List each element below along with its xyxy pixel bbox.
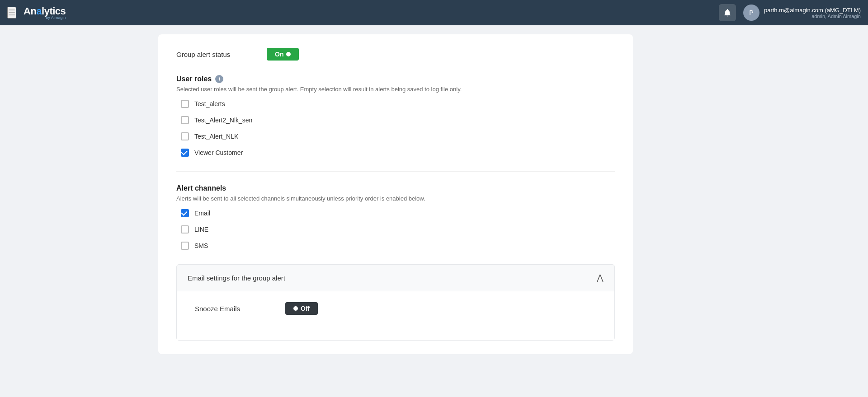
user-roles-checkbox-group: Test_alerts Test_Alert2_Nlk_sen Test_Ale… xyxy=(176,100,615,157)
user-roles-desc: Selected user roles will be sent the gro… xyxy=(176,86,615,93)
notification-bell-button[interactable] xyxy=(719,4,736,21)
list-item[interactable]: Test_alerts xyxy=(181,100,615,108)
snooze-emails-label: Snooze Emails xyxy=(195,305,267,313)
email-settings-header[interactable]: Email settings for the group alert ⋀ xyxy=(177,265,614,291)
user-roles-section: User roles i Selected user roles will be… xyxy=(176,75,615,157)
sidebar xyxy=(0,25,149,397)
hamburger-icon[interactable]: ☰ xyxy=(7,7,16,19)
list-item[interactable]: Viewer Customer xyxy=(181,149,615,157)
chevron-up-icon: ⋀ xyxy=(597,273,604,283)
user-email: parth.m@aimagin.com (aMG_DTLM) xyxy=(764,7,861,14)
main-layout: Group alert status On User roles i Selec… xyxy=(0,25,868,397)
group-alert-status-row: Group alert status On xyxy=(176,48,615,61)
checkbox-ch2[interactable] xyxy=(181,225,189,234)
checkbox-label-role3: Test_Alert_NLK xyxy=(194,133,238,140)
group-alert-status-label: Group alert status xyxy=(176,51,249,58)
checkbox-label-ch3: SMS xyxy=(194,242,208,249)
checkbox-label-role1: Test_alerts xyxy=(194,100,225,107)
user-roles-title: User roles i xyxy=(176,75,615,83)
content-area: Group alert status On User roles i Selec… xyxy=(149,25,868,397)
checkbox-label-ch1: Email xyxy=(194,210,210,217)
checkbox-ch3[interactable] xyxy=(181,242,189,250)
email-settings-section: Email settings for the group alert ⋀ Sno… xyxy=(176,264,615,341)
header-left: ☰ Analytics by Aimagin xyxy=(7,5,66,20)
user-role: admin, Admin Aimagin xyxy=(764,14,861,19)
list-item[interactable]: Test_Alert_NLK xyxy=(181,132,615,140)
checkbox-label-role4: Viewer Customer xyxy=(194,149,243,156)
avatar: P xyxy=(743,5,760,21)
list-item[interactable]: SMS xyxy=(181,242,615,250)
checkbox-role3[interactable] xyxy=(181,132,189,140)
list-item[interactable]: LINE xyxy=(181,225,615,234)
snooze-emails-toggle[interactable]: Off xyxy=(285,302,318,315)
bell-icon xyxy=(723,8,732,17)
alert-channels-section: Alert channels Alerts will be sent to al… xyxy=(176,184,615,250)
checkbox-role2[interactable] xyxy=(181,116,189,124)
checkbox-label-role2: Test_Alert2_Nlk_sen xyxy=(194,117,252,124)
logo: Analytics by Aimagin xyxy=(24,5,66,20)
checkbox-role1[interactable] xyxy=(181,100,189,108)
logo-highlight: a xyxy=(36,5,42,17)
list-item[interactable]: Test_Alert2_Nlk_sen xyxy=(181,116,615,124)
divider xyxy=(176,171,615,172)
main-card: Group alert status On User roles i Selec… xyxy=(158,34,633,354)
group-alert-status-toggle[interactable]: On xyxy=(267,48,299,61)
user-roles-info-icon: i xyxy=(215,75,223,83)
snooze-emails-row: Snooze Emails Off xyxy=(195,302,596,315)
user-info: P parth.m@aimagin.com (aMG_DTLM) admin, … xyxy=(743,5,861,21)
alert-channels-title: Alert channels xyxy=(176,184,615,192)
checkbox-role4[interactable] xyxy=(181,149,189,157)
header: ☰ Analytics by Aimagin P parth.m@aimagin… xyxy=(0,0,868,25)
email-settings-title: Email settings for the group alert xyxy=(188,274,285,282)
alert-channels-desc: Alerts will be sent to all selected chan… xyxy=(176,195,615,202)
alert-channels-checkbox-group: Email LINE SMS xyxy=(176,209,615,250)
header-right: P parth.m@aimagin.com (aMG_DTLM) admin, … xyxy=(719,4,861,21)
user-details: parth.m@aimagin.com (aMG_DTLM) admin, Ad… xyxy=(764,7,861,19)
checkbox-label-ch2: LINE xyxy=(194,226,208,233)
list-item[interactable]: Email xyxy=(181,209,615,217)
checkbox-ch1[interactable] xyxy=(181,209,189,217)
email-settings-body: Snooze Emails Off xyxy=(177,291,614,340)
